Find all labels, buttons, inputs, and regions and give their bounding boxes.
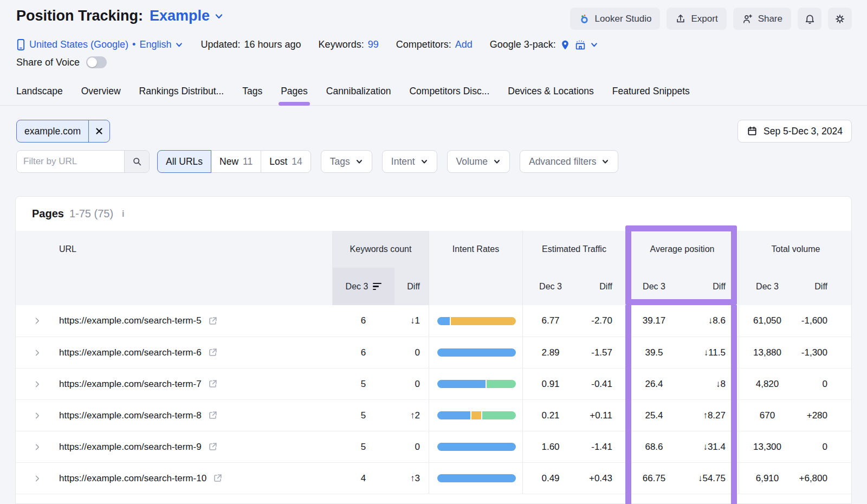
close-icon [95,127,103,135]
tab-cannibalization[interactable]: Cannibalization [326,82,391,105]
column-estimated-traffic[interactable]: Estimated Traffic [522,231,625,268]
position-diff-header[interactable]: Diff [682,268,739,305]
tab-overview[interactable]: Overview [81,82,121,105]
expand-row-button[interactable] [16,400,59,431]
column-total-volume[interactable]: Total volume [739,231,852,268]
page-url[interactable]: https://example.com/search-term-10 [59,473,206,484]
competitors: Competitors: Add [396,39,473,50]
keywords-diff-header[interactable]: Diff [394,268,429,305]
segment-all-urls[interactable]: All URLs [157,150,211,173]
chevron-down-icon [601,158,609,165]
column-url[interactable]: URL [16,231,332,268]
traffic-diff-value: -1.57 [578,337,625,368]
segment-lost[interactable]: Lost14 [261,150,311,173]
page-url[interactable]: https://example.com/search-term-7 [59,379,202,390]
updated-status: Updated: 16 hours ago [200,39,301,50]
google-3-pack[interactable]: Google 3-pack: [490,39,598,51]
competitors-add-link[interactable]: Add [455,39,473,50]
search-button[interactable] [124,151,149,172]
expand-row-button[interactable] [16,369,59,399]
tab-pages[interactable]: Pages [281,82,308,105]
page-url[interactable]: https://example.com/search-term-8 [59,410,202,421]
volume-value: 670 [739,400,795,431]
intent-rates-bar [437,380,516,388]
page-title: Position Tracking: [16,8,143,24]
tab-competitors-discovery[interactable]: Competitors Disc... [409,82,489,105]
column-group-header-row: URL Keywords count Intent Rates Estimate… [16,231,851,268]
remove-domain-chip-button[interactable] [88,120,109,142]
volume-dropdown[interactable]: Volume [447,150,510,173]
page-url[interactable]: https://example.com/search-term-5 [59,315,202,326]
external-link-icon[interactable] [208,347,218,358]
expand-row-button[interactable] [16,305,59,337]
traffic-diff-value: -2.70 [578,305,625,337]
external-link-icon[interactable] [208,316,218,326]
column-average-position[interactable]: Average position [625,231,739,268]
traffic-diff-value: +0.11 [578,400,625,431]
looker-studio-button[interactable]: Looker Studio [570,8,661,30]
column-intent-rates[interactable]: Intent Rates [429,231,522,268]
page-url[interactable]: https://example.com/search-term-6 [59,347,202,358]
advanced-filters-dropdown[interactable]: Advanced filters [520,150,619,173]
project-name: Example [150,8,210,24]
traffic-value: 0.21 [522,400,578,431]
traffic-diff-header[interactable]: Diff [578,268,625,305]
project-selector[interactable]: Example [150,8,224,24]
table-row: https://example.com/search-term-10 4 ↑3 … [16,462,851,494]
info-icon[interactable]: i [122,209,124,219]
keywords-count-link[interactable]: 99 [368,39,379,50]
settings-button[interactable] [828,8,852,30]
tab-landscape[interactable]: Landscape [16,82,63,105]
volume-diff-value: +6,800 [795,463,852,494]
traffic-diff-value: -0.41 [578,369,625,399]
external-link-icon[interactable] [208,379,218,389]
url-filter-input[interactable] [17,151,124,172]
table-row: https://example.com/search-term-7 5 0 0.… [16,368,851,399]
tags-dropdown[interactable]: Tags [321,150,372,173]
locale-selector[interactable]: United States (Google) • English [16,38,183,51]
table-header: Pages 1-75 (75) i [16,197,851,231]
segment-new[interactable]: New11 [211,150,261,173]
traffic-date-header[interactable]: Dec 3 [522,268,578,305]
expand-row-button[interactable] [16,431,59,462]
intent-dropdown[interactable]: Intent [382,150,437,173]
avg-position-diff-value: ↑8.27 [682,400,739,431]
volume-diff-value: +280 [795,400,852,431]
expand-row-button[interactable] [16,337,59,368]
external-link-icon[interactable] [208,410,218,421]
traffic-value: 2.89 [522,337,578,368]
volume-diff-value: 0 [795,431,852,462]
volume-diff-header[interactable]: Diff [795,268,852,305]
notifications-button[interactable] [798,8,821,30]
export-button[interactable]: Export [667,8,726,30]
avg-position-value: 39.17 [625,305,682,337]
traffic-value: 1.60 [522,431,578,462]
tab-tags[interactable]: Tags [242,82,262,105]
tab-featured-snippets[interactable]: Featured Snippets [612,82,690,105]
tab-rankings-distribution[interactable]: Rankings Distribut... [139,82,224,105]
avg-position-diff-value: ↓11.5 [682,337,739,368]
sort-by-date-header[interactable]: Dec 3 [332,268,394,305]
keywords-diff-value: 0 [394,337,429,368]
avg-position-diff-value: ↓8 [682,369,739,399]
top-bar: Position Tracking: Example Looker Studio [0,0,867,30]
date-range-picker[interactable]: Sep 5-Dec 3, 2024 [737,120,852,143]
share-button[interactable]: Share [733,8,791,30]
mobile-phone-icon [16,38,25,51]
share-of-voice-toggle[interactable] [86,56,107,68]
page-url[interactable]: https://example.com/search-term-9 [59,442,202,453]
toggle-knob [87,57,97,67]
expand-row-button[interactable] [16,463,59,494]
keywords-count-value: 5 [332,369,394,399]
table-range: 1-75 (75) [69,208,113,220]
search-icon [132,156,143,167]
avg-position-diff-value: ↓31.4 [682,431,739,462]
column-keywords-count[interactable]: Keywords count [332,231,429,268]
tab-devices-locations[interactable]: Devices & Locations [508,82,594,105]
volume-date-header[interactable]: Dec 3 [739,268,795,305]
position-date-header[interactable]: Dec 3 [625,268,682,305]
external-link-icon[interactable] [212,473,223,483]
avg-position-diff-value: ↓8.6 [682,305,739,337]
external-link-icon[interactable] [208,442,218,452]
active-tab-indicator [279,102,310,106]
